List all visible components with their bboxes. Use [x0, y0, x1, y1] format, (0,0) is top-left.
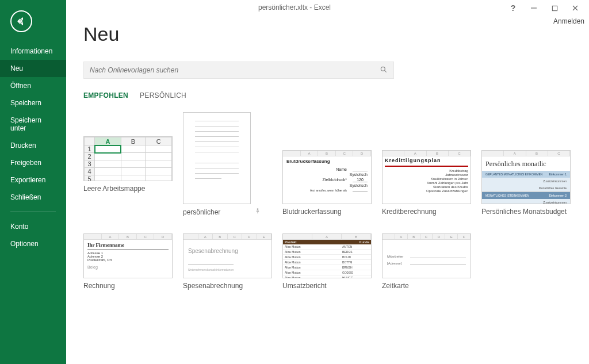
template-label: Rechnung: [83, 282, 173, 290]
template-thumb: [183, 112, 251, 204]
template-spesenabrechnung[interactable]: ABCDE Spesenabrechnung Unternehmenskonta…: [183, 233, 272, 290]
nav-neu[interactable]: Neu: [0, 60, 66, 77]
template-zeitkarte[interactable]: ABCDEF Mitarbeiter [Adresse] Zeitkarte: [382, 233, 471, 290]
template-thumb: ABCD Ihr Firmenname Adresse 1 Adresse 2 …: [83, 233, 173, 278]
template-thumb: AB ProduktKunde Alice MuttonANTON Alice …: [282, 233, 372, 278]
window-title: persönlicher.xltx - Excel: [258, 3, 331, 12]
search-input[interactable]: [90, 66, 380, 74]
minimize-button[interactable]: [523, 1, 544, 15]
template-label: persönlicher: [183, 208, 220, 216]
template-leere-arbeitsmappe[interactable]: ABC 1 2 3 4 5 6 7 Leere Arbeitsmappe: [83, 112, 173, 216]
template-label: Persönliches Monatsbudget: [481, 208, 571, 216]
tab-empfohlen[interactable]: EMPFOHLEN: [83, 91, 128, 99]
close-button[interactable]: [565, 1, 586, 15]
template-persoenlicher[interactable]: persönlicher: [183, 112, 272, 216]
template-thumb: ABCDEF Mitarbeiter [Adresse]: [382, 233, 471, 278]
template-kreditberechnung[interactable]: ABC Kredittilgungsplan Kreditbetrag Jahr…: [382, 112, 471, 216]
page-title: Neu: [83, 23, 573, 45]
nav-exportieren[interactable]: Exportieren: [0, 171, 66, 189]
nav-informationen[interactable]: Informationen: [0, 43, 66, 60]
nav-schliessen[interactable]: Schließen: [0, 189, 66, 206]
template-thumb: ABC Persönliches monatlic GEPLANTES MONA…: [481, 150, 571, 204]
maximize-button[interactable]: [544, 1, 565, 15]
template-umsatzbericht[interactable]: AB ProduktKunde Alice MuttonANTON Alice …: [282, 233, 372, 290]
svg-rect-3: [552, 6, 557, 10]
template-label: Blutdruckerfassung: [282, 208, 372, 216]
pin-icon[interactable]: [255, 208, 261, 216]
template-monatsbudget[interactable]: ABC Persönliches monatlic GEPLANTES MONA…: [481, 112, 571, 216]
titlebar: persönlicher.xltx - Excel ?: [0, 0, 589, 15]
nav-speichern-unter[interactable]: Speichern unter: [0, 112, 66, 137]
template-label: Leere Arbeitsmappe: [83, 185, 173, 193]
tab-persoenlich[interactable]: PERSÖNLICH: [140, 91, 186, 99]
template-search[interactable]: [83, 62, 394, 79]
help-button[interactable]: ?: [503, 1, 523, 15]
nav-optionen[interactable]: Optionen: [0, 235, 66, 252]
search-icon[interactable]: [380, 66, 388, 75]
template-label: Kreditberechnung: [382, 208, 471, 216]
template-grid: ABC 1 2 3 4 5 6 7 Leere Arbeitsmappe: [83, 112, 573, 290]
nav-konto[interactable]: Konto: [0, 218, 66, 235]
template-label: Spesenabrechnung: [183, 282, 272, 290]
nav-freigeben[interactable]: Freigeben: [0, 154, 66, 171]
template-thumb: ABCD Blutdruckerfassung Name Systolisch …: [282, 150, 372, 204]
arrow-left-icon: [16, 16, 26, 26]
signin-link[interactable]: Anmelden: [553, 17, 584, 25]
nav-oeffnen[interactable]: Öffnen: [0, 77, 66, 94]
main-panel: Neu EMPFOHLEN PERSÖNLICH ABC 1 2: [66, 0, 589, 364]
nav-separator: [10, 212, 56, 212]
template-rechnung[interactable]: ABCD Ihr Firmenname Adresse 1 Adresse 2 …: [83, 233, 173, 290]
svg-line-1: [384, 70, 386, 72]
nav-speichern[interactable]: Speichern: [0, 94, 66, 112]
template-label: Umsatzbericht: [282, 282, 372, 290]
template-thumb: ABC 1 2 3 4 5 6 7: [83, 136, 173, 181]
template-tabs: EMPFOHLEN PERSÖNLICH: [83, 91, 573, 99]
backstage-sidebar: Informationen Neu Öffnen Speichern Speic…: [0, 0, 66, 364]
template-label: Zeitkarte: [382, 282, 471, 290]
template-blutdruckerfassung[interactable]: ABCD Blutdruckerfassung Name Systolisch …: [282, 112, 372, 216]
svg-point-0: [381, 67, 385, 71]
template-thumb: ABCDE Spesenabrechnung Unternehmenskonta…: [183, 233, 272, 278]
template-thumb: ABC Kredittilgungsplan Kreditbetrag Jahr…: [382, 150, 471, 204]
nav-drucken[interactable]: Drucken: [0, 137, 66, 154]
